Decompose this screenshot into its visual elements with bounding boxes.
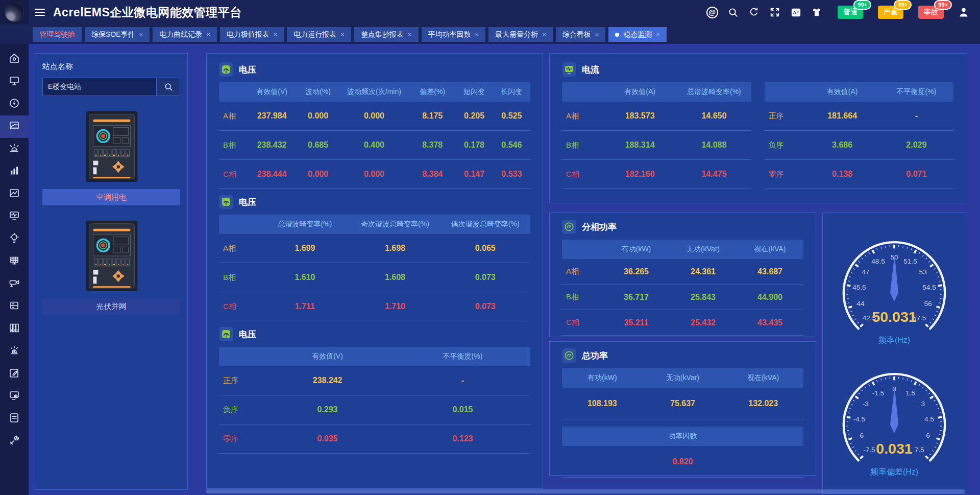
table-row: 零序0.1380.071 [765, 160, 954, 189]
tab-item[interactable]: 综保SOE事件× [85, 27, 150, 42]
cell-value: 43.687 [737, 267, 803, 276]
sidebar-item-energy[interactable] [0, 93, 29, 115]
column-header: 奇次谐波总畸变率(%) [350, 220, 440, 229]
tab-close-icon[interactable]: × [475, 31, 479, 38]
gauge-label: 频率偏差(Hz) [870, 467, 918, 478]
cell-value: 0.035 [260, 434, 395, 443]
fullscreen-icon[interactable] [769, 6, 781, 18]
cell-value: 1.699 [260, 244, 350, 253]
tab-close-icon[interactable]: × [408, 31, 412, 38]
tab-label: 管理驾驶舱 [39, 30, 75, 39]
alarm-badge[interactable]: 普通 99+ [838, 6, 863, 19]
tab-label: 整点集抄报表 [361, 30, 404, 39]
tab-close-icon[interactable]: × [340, 31, 345, 38]
tab-item[interactable]: 稳态监测× [608, 27, 667, 42]
tab-close-icon[interactable]: × [274, 31, 278, 38]
svg-text:-4.5: -4.5 [853, 415, 865, 423]
alarm-badge[interactable]: 严重 99+ [878, 6, 903, 19]
column-header: 偏差(%) [409, 87, 456, 97]
theme-icon[interactable] [811, 6, 823, 18]
sidebar-item-note[interactable] [0, 408, 29, 430]
sidebar-item-monitor-gear[interactable] [0, 385, 29, 408]
cell-value: 25.432 [670, 318, 737, 327]
sidebar-item-beacon[interactable] [0, 340, 29, 363]
user-icon[interactable] [958, 6, 970, 18]
sidebar-item-bulb[interactable] [0, 228, 29, 250]
tab-label: 电力曲线记录 [159, 30, 202, 39]
sidebar-item-home[interactable] [0, 48, 29, 70]
svg-text:50.031: 50.031 [872, 309, 916, 325]
sidebar-item-monitor-pulse[interactable] [0, 205, 29, 228]
column-header: 总谐波畸变率(%) [677, 87, 751, 97]
tab-item[interactable]: 电力极值报表× [220, 27, 284, 42]
sidebar-item-camera[interactable] [0, 273, 29, 295]
svg-text:48.5: 48.5 [871, 257, 885, 265]
tab-close-icon[interactable]: × [139, 31, 143, 38]
station-search-button[interactable] [157, 78, 180, 96]
tab-label: 电力极值报表 [227, 30, 270, 39]
tab-close-icon[interactable]: × [656, 31, 660, 38]
horizontal-scrollbar[interactable] [206, 489, 965, 493]
cell-value: 0.293 [260, 405, 395, 414]
column-header: 波动(%) [297, 87, 339, 97]
cell-value: 14.088 [677, 140, 751, 150]
avatar[interactable] [5, 3, 24, 22]
tab-item[interactable]: 整点集抄报表× [354, 27, 419, 42]
sidebar-item-bar-chart[interactable] [0, 160, 29, 183]
tab-close-icon[interactable]: × [206, 31, 210, 38]
sidebar-item-trend-chart[interactable] [0, 183, 29, 205]
tab-close-icon[interactable]: × [542, 31, 546, 38]
cell-value: 0.123 [395, 434, 530, 443]
station-search-input[interactable] [42, 78, 157, 96]
table-header-row: 有效值(V)不平衡度(%) [219, 347, 530, 366]
row-label: 零序 [765, 170, 805, 179]
sidebar-item-archive[interactable] [0, 318, 29, 340]
svg-text:V: V [225, 203, 227, 206]
cell-value: 0.820 [562, 457, 803, 466]
column-header: 无功(kVar) [670, 245, 737, 254]
alarm-icon [8, 142, 20, 156]
table-row: A相237.9840.0000.0008.1750.2050.525 [219, 102, 530, 131]
tab-item[interactable]: 电力运行报表× [287, 27, 351, 42]
tab-item[interactable]: 最大需量分析× [488, 27, 553, 42]
tab-label: 综保SOE事件 [91, 30, 135, 39]
station-panel: 站点名称 空调用电 [35, 53, 188, 490]
cell-value: 0.400 [339, 140, 409, 150]
cell-value: 238.444 [247, 170, 297, 179]
tab-close-icon[interactable]: × [595, 31, 599, 38]
gauge-dial: -7.5-6-4.5-3-1.501.534.567.50.031 [831, 366, 958, 474]
column-header: 视在(kVA) [737, 245, 803, 254]
sidebar-item-alarm[interactable] [0, 138, 29, 160]
sidebar-item-edit[interactable] [0, 363, 29, 385]
alarm-badge[interactable]: 事故 99+ [918, 6, 944, 19]
sidebar-item-tools[interactable] [0, 430, 29, 453]
cell-value: 44.900 [737, 293, 803, 302]
cell-value: 1.608 [350, 273, 440, 282]
sidebar-item-cabinet[interactable] [0, 295, 29, 318]
cell-value: 43.435 [737, 318, 803, 327]
device-card[interactable]: 空调用电 [42, 109, 180, 205]
menu-toggle-icon[interactable] [35, 7, 45, 18]
at-icon[interactable]: @ [706, 6, 718, 18]
column-header: 功率因数 [562, 432, 803, 441]
svg-text:4.5: 4.5 [924, 415, 934, 423]
tab-item[interactable]: 综合看板× [556, 27, 606, 42]
badge-count: 99+ [934, 0, 952, 10]
sidebar-item-energy-chart[interactable] [0, 115, 29, 138]
table-header-row: 有效值(V)波动(%)波动频次(次/min)偏差(%)短闪变长闪变 [219, 82, 530, 102]
device-card[interactable]: 光伏并网 [42, 219, 180, 315]
table-row: B相36.71725.84344.900 [562, 285, 803, 310]
tab-item[interactable]: 管理驾驶舱 [33, 27, 82, 42]
svg-text:-7.5: -7.5 [863, 446, 875, 454]
panel-title: 总功率 [582, 350, 608, 362]
table-header-row: 总谐波畸变率(%)奇次谐波总畸变率(%)偶次谐波总畸变率(%) [219, 215, 530, 234]
svg-text:V: V [225, 70, 227, 74]
refresh-icon[interactable] [748, 6, 760, 18]
tab-item[interactable]: 平均功率因数× [422, 27, 486, 42]
sidebar-item-solar-panel[interactable] [0, 250, 29, 273]
search-icon[interactable] [727, 6, 739, 18]
translate-icon[interactable]: A文 [790, 6, 802, 18]
tab-item[interactable]: 电力曲线记录× [153, 27, 217, 42]
current-panel: 电流 有效值(A)总谐波畸变率(%)A相183.57314.650B相188.3… [549, 53, 966, 203]
sidebar-item-screen[interactable] [0, 70, 29, 93]
